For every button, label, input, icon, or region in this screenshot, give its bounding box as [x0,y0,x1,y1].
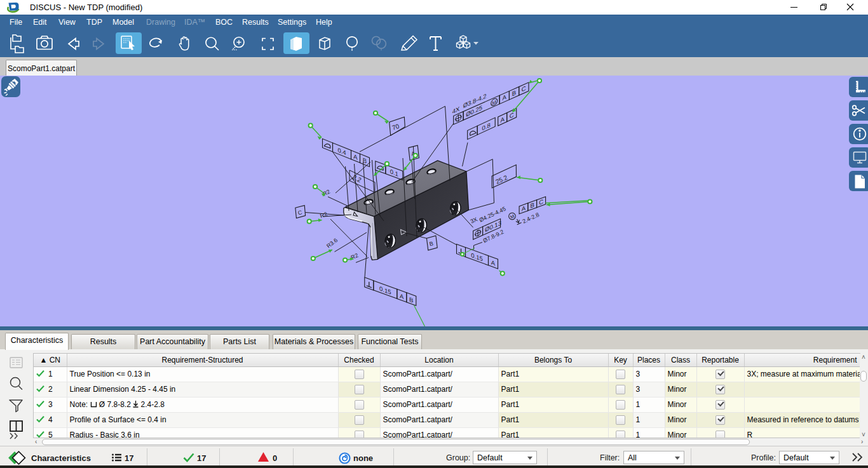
svg-text:B: B [512,89,517,97]
svg-text:3X: 3X [470,216,478,225]
svg-text:A: A [522,204,526,212]
svg-text:M: M [492,99,496,106]
svg-text:A: A [400,292,404,300]
svg-text:B: B [409,296,414,304]
svg-text:R2: R2 [319,211,328,219]
svg-text:R3.6: R3.6 [325,237,339,250]
svg-text:B: B [429,240,434,247]
svg-text:Ø4.25-4.45: Ø4.25-4.45 [478,206,507,224]
svg-text:B: B [531,201,535,209]
svg-text:C: C [522,84,526,93]
svg-text:2.4-2.8: 2.4-2.8 [522,211,541,225]
svg-text:A: A [503,93,507,102]
svg-text:C: C [539,197,543,206]
svg-text:C: C [297,209,303,216]
svg-text:A: A [491,259,496,267]
svg-text:A: A [353,153,358,161]
